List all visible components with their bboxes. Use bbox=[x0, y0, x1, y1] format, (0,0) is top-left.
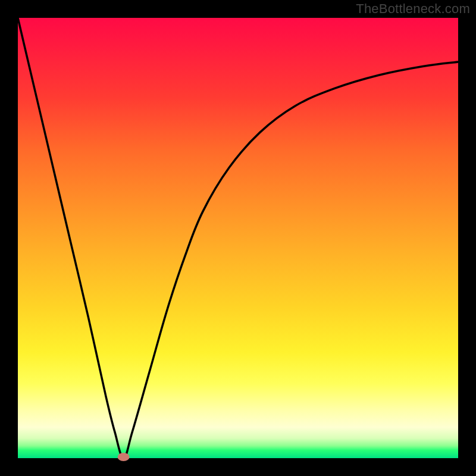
curve-layer bbox=[18, 18, 458, 458]
optimum-marker bbox=[118, 453, 130, 461]
chart-frame: TheBottleneck.com bbox=[0, 0, 476, 476]
plot-area bbox=[18, 18, 458, 458]
watermark-text: TheBottleneck.com bbox=[356, 1, 470, 17]
bottleneck-curve bbox=[18, 18, 458, 458]
